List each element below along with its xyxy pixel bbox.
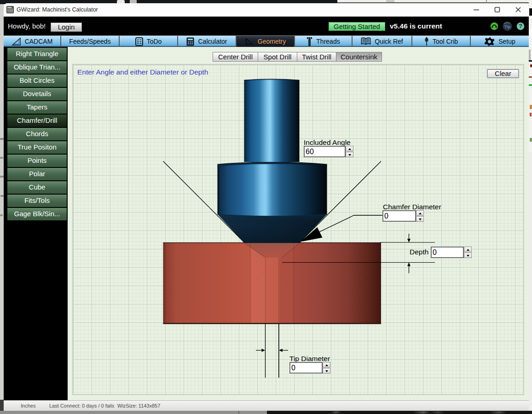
svg-text:Tip: Tip (504, 24, 510, 29)
svg-text:?: ? (519, 23, 522, 29)
